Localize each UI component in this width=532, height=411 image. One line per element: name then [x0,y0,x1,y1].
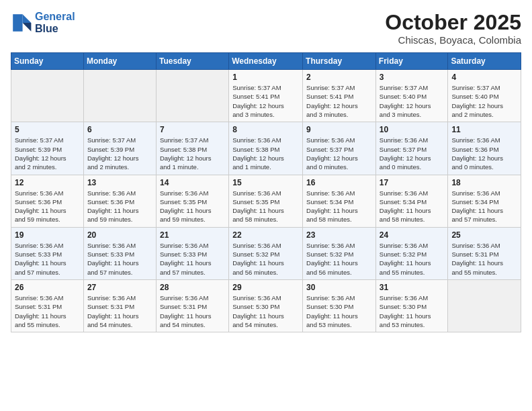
calendar-day-cell: 3Sunrise: 5:37 AM Sunset: 5:40 PM Daylig… [375,70,448,122]
weekday-header: Tuesday [156,53,228,70]
day-number: 24 [380,230,445,240]
calendar-day-cell [11,70,84,122]
logo-text: General Blue [35,11,75,34]
day-info: Sunrise: 5:37 AM Sunset: 5:41 PM Dayligh… [232,83,299,119]
header: General Blue October 2025 Chiscas, Boyac… [11,11,521,46]
day-number: 2 [306,73,372,82]
day-number: 29 [232,283,299,292]
calendar-day-cell: 11Sunrise: 5:36 AM Sunset: 5:36 PM Dayli… [448,122,521,175]
day-number: 7 [160,125,225,134]
calendar-day-cell: 25Sunrise: 5:36 AM Sunset: 5:31 PM Dayli… [448,227,521,279]
calendar-day-cell: 14Sunrise: 5:36 AM Sunset: 5:35 PM Dayli… [156,175,228,227]
day-info: Sunrise: 5:36 AM Sunset: 5:36 PM Dayligh… [451,136,517,171]
weekday-header: Saturday [448,53,521,70]
month-title: October 2025 [385,11,521,34]
day-info: Sunrise: 5:36 AM Sunset: 5:30 PM Dayligh… [232,293,299,329]
day-number: 27 [87,283,152,292]
day-info: Sunrise: 5:36 AM Sunset: 5:35 PM Dayligh… [232,189,299,224]
calendar-day-cell: 4Sunrise: 5:37 AM Sunset: 5:40 PM Daylig… [448,70,521,122]
calendar-day-cell [448,279,521,332]
calendar-day-cell: 21Sunrise: 5:36 AM Sunset: 5:33 PM Dayli… [156,227,228,279]
weekday-header: Sunday [11,53,84,70]
day-info: Sunrise: 5:36 AM Sunset: 5:31 PM Dayligh… [451,241,517,277]
svg-marker-0 [23,14,32,23]
day-info: Sunrise: 5:36 AM Sunset: 5:33 PM Dayligh… [160,241,225,277]
weekday-header: Thursday [303,53,376,70]
calendar-week-row: 12Sunrise: 5:36 AM Sunset: 5:36 PM Dayli… [11,175,521,227]
day-info: Sunrise: 5:36 AM Sunset: 5:35 PM Dayligh… [160,189,225,224]
day-number: 14 [160,178,225,187]
calendar-day-cell: 2Sunrise: 5:37 AM Sunset: 5:41 PM Daylig… [303,70,376,122]
day-number: 20 [87,230,152,240]
svg-marker-1 [23,23,32,32]
day-info: Sunrise: 5:37 AM Sunset: 5:38 PM Dayligh… [160,136,225,171]
calendar-week-row: 1Sunrise: 5:37 AM Sunset: 5:41 PM Daylig… [11,70,521,122]
day-info: Sunrise: 5:36 AM Sunset: 5:37 PM Dayligh… [306,136,372,171]
calendar-day-cell: 31Sunrise: 5:36 AM Sunset: 5:30 PM Dayli… [375,279,448,332]
day-number: 12 [15,178,80,187]
day-info: Sunrise: 5:37 AM Sunset: 5:40 PM Dayligh… [380,83,445,119]
page: General Blue October 2025 Chiscas, Boyac… [0,0,532,411]
day-number: 26 [15,283,80,292]
svg-rect-2 [13,14,22,32]
day-info: Sunrise: 5:36 AM Sunset: 5:30 PM Dayligh… [306,293,372,329]
day-number: 19 [15,230,80,240]
calendar-day-cell: 23Sunrise: 5:36 AM Sunset: 5:32 PM Dayli… [303,227,376,279]
day-info: Sunrise: 5:36 AM Sunset: 5:33 PM Dayligh… [87,241,152,277]
day-info: Sunrise: 5:36 AM Sunset: 5:36 PM Dayligh… [87,189,152,224]
day-number: 5 [15,125,80,134]
day-info: Sunrise: 5:36 AM Sunset: 5:32 PM Dayligh… [306,241,372,277]
day-number: 21 [160,230,225,240]
calendar-day-cell: 13Sunrise: 5:36 AM Sunset: 5:36 PM Dayli… [83,175,156,227]
calendar-day-cell: 29Sunrise: 5:36 AM Sunset: 5:30 PM Dayli… [229,279,303,332]
day-info: Sunrise: 5:36 AM Sunset: 5:36 PM Dayligh… [15,189,80,224]
day-info: Sunrise: 5:36 AM Sunset: 5:31 PM Dayligh… [87,293,152,329]
day-info: Sunrise: 5:36 AM Sunset: 5:30 PM Dayligh… [380,293,445,329]
calendar-week-row: 5Sunrise: 5:37 AM Sunset: 5:39 PM Daylig… [11,122,521,175]
day-info: Sunrise: 5:36 AM Sunset: 5:34 PM Dayligh… [306,189,372,224]
calendar-day-cell: 19Sunrise: 5:36 AM Sunset: 5:33 PM Dayli… [11,227,84,279]
calendar-day-cell: 27Sunrise: 5:36 AM Sunset: 5:31 PM Dayli… [83,279,156,332]
calendar-day-cell: 8Sunrise: 5:36 AM Sunset: 5:38 PM Daylig… [229,122,303,175]
day-number: 13 [87,178,152,187]
calendar-day-cell [156,70,228,122]
calendar-day-cell: 17Sunrise: 5:36 AM Sunset: 5:34 PM Dayli… [375,175,448,227]
day-number: 6 [87,125,152,134]
calendar-day-cell: 7Sunrise: 5:37 AM Sunset: 5:38 PM Daylig… [156,122,228,175]
day-number: 17 [380,178,445,187]
day-number: 15 [232,178,299,187]
calendar-week-row: 26Sunrise: 5:36 AM Sunset: 5:31 PM Dayli… [11,279,521,332]
day-number: 28 [160,283,225,292]
day-info: Sunrise: 5:36 AM Sunset: 5:34 PM Dayligh… [380,189,445,224]
day-number: 23 [306,230,372,240]
day-number: 25 [451,230,517,240]
calendar-day-cell: 16Sunrise: 5:36 AM Sunset: 5:34 PM Dayli… [303,175,376,227]
calendar-day-cell: 6Sunrise: 5:37 AM Sunset: 5:39 PM Daylig… [83,122,156,175]
day-number: 3 [380,73,445,82]
calendar-day-cell: 10Sunrise: 5:36 AM Sunset: 5:37 PM Dayli… [375,122,448,175]
logo-icon [11,12,32,34]
calendar-table: SundayMondayTuesdayWednesdayThursdayFrid… [11,52,521,332]
calendar-day-cell: 9Sunrise: 5:36 AM Sunset: 5:37 PM Daylig… [303,122,376,175]
calendar-day-cell: 24Sunrise: 5:36 AM Sunset: 5:32 PM Dayli… [375,227,448,279]
calendar-day-cell: 18Sunrise: 5:36 AM Sunset: 5:34 PM Dayli… [448,175,521,227]
title-block: October 2025 Chiscas, Boyaca, Colombia [385,11,521,46]
day-number: 9 [306,125,372,134]
day-number: 10 [380,125,445,134]
logo: General Blue [11,11,75,34]
calendar-day-cell [83,70,156,122]
calendar-day-cell: 5Sunrise: 5:37 AM Sunset: 5:39 PM Daylig… [11,122,84,175]
day-info: Sunrise: 5:36 AM Sunset: 5:31 PM Dayligh… [160,293,225,329]
weekday-header: Monday [83,53,156,70]
calendar-week-row: 19Sunrise: 5:36 AM Sunset: 5:33 PM Dayli… [11,227,521,279]
calendar-day-cell: 1Sunrise: 5:37 AM Sunset: 5:41 PM Daylig… [229,70,303,122]
day-info: Sunrise: 5:37 AM Sunset: 5:39 PM Dayligh… [87,136,152,171]
calendar-day-cell: 26Sunrise: 5:36 AM Sunset: 5:31 PM Dayli… [11,279,84,332]
weekday-header: Friday [375,53,448,70]
day-info: Sunrise: 5:36 AM Sunset: 5:34 PM Dayligh… [451,189,517,224]
day-info: Sunrise: 5:36 AM Sunset: 5:37 PM Dayligh… [380,136,445,171]
day-number: 31 [380,283,445,292]
calendar-day-cell: 20Sunrise: 5:36 AM Sunset: 5:33 PM Dayli… [83,227,156,279]
calendar-day-cell: 22Sunrise: 5:36 AM Sunset: 5:32 PM Dayli… [229,227,303,279]
calendar-day-cell: 30Sunrise: 5:36 AM Sunset: 5:30 PM Dayli… [303,279,376,332]
